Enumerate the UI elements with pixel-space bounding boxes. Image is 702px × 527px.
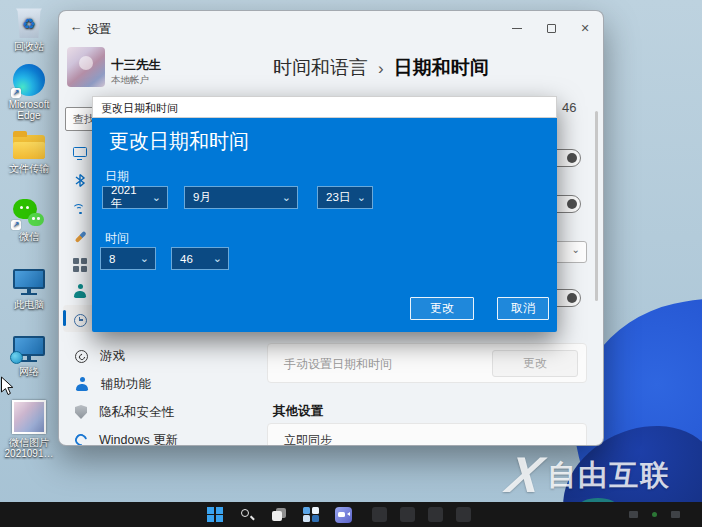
desktop-icon-label: 文件传输 [1, 163, 57, 174]
desktop-icon-label-line2: 2021091… [1, 448, 57, 459]
chevron-down-icon: ⌄ [213, 252, 222, 265]
sidebar-item-label: 游戏 [100, 348, 125, 365]
chevron-down-icon: ⌄ [357, 191, 366, 204]
task-view-button[interactable] [270, 506, 288, 524]
watermark-x-logo: X [503, 452, 546, 498]
sidebar-item-apps[interactable] [71, 256, 89, 274]
desktop-icon-network[interactable]: 网络 [1, 335, 57, 377]
manual-change-button[interactable]: 更改 [492, 350, 578, 377]
widgets-icon [303, 507, 319, 523]
time-language-icon-wrap [71, 311, 89, 329]
month-dropdown[interactable]: 9月 ⌄ [184, 186, 298, 209]
account-person-icon [73, 284, 87, 298]
pinned-app-icon[interactable] [400, 507, 415, 522]
pinned-app-icon[interactable] [428, 507, 443, 522]
start-button[interactable] [206, 506, 224, 524]
windows-logo-icon [207, 507, 223, 523]
update-icon [73, 432, 90, 446]
minute-dropdown[interactable]: 46 ⌄ [171, 247, 229, 270]
network-icon [13, 336, 45, 363]
month-value: 9月 [193, 190, 211, 205]
sidebar-item-label: 辅助功能 [101, 376, 151, 393]
sidebar-item-system[interactable] [71, 143, 89, 161]
year-dropdown[interactable]: 2021年 ⌄ [102, 186, 168, 209]
watermark-text: 自由互联 [547, 452, 671, 498]
search-button[interactable] [238, 506, 256, 524]
dialog-heading: 更改日期和时间 [109, 128, 249, 155]
teams-chat-icon [335, 507, 352, 523]
desktop-icon-wechat[interactable]: ↗ 微信 [1, 198, 57, 242]
year-value: 2021年 [111, 184, 146, 211]
pinned-app-icon[interactable] [372, 507, 387, 522]
system-tray [629, 511, 680, 518]
xbox-icon [75, 350, 88, 363]
globe-icon [10, 351, 23, 364]
desktop-icon-wechat-image[interactable]: 微信图片 2021091… [1, 400, 57, 459]
sidebar-item-accounts[interactable] [71, 282, 89, 300]
hour-dropdown[interactable]: 8 ⌄ [100, 247, 156, 270]
tray-icon[interactable] [629, 511, 638, 518]
manual-set-label: 手动设置日期和时间 [284, 356, 392, 373]
minimize-button[interactable] [507, 19, 527, 37]
desktop-icon-this-pc[interactable]: 此电脑 [1, 268, 57, 310]
accessibility-icon [75, 377, 89, 391]
recycle-bin-icon: ♻ [16, 8, 42, 38]
desktop-icon-label: 微信 [1, 231, 57, 242]
task-view-icon [272, 507, 287, 522]
sidebar-item-privacy-security[interactable]: 隐私和安全性 [67, 400, 307, 424]
sync-now-row[interactable]: 立即同步 [267, 423, 587, 446]
user-name: 十三先生 [111, 57, 161, 74]
chevron-down-icon: ⌄ [572, 244, 580, 255]
screen: ♻ 回收站 ↗ Microsoft Edge 文件传输 ↗ 微信 此电 [0, 0, 702, 527]
shield-icon [75, 405, 87, 419]
window-title: 设置 [87, 21, 111, 38]
date-label: 日期 [105, 168, 129, 185]
hour-value: 8 [109, 253, 115, 265]
sync-now-label: 立即同步 [284, 432, 332, 446]
selection-accent-bar [63, 310, 66, 326]
avatar[interactable] [67, 47, 105, 87]
apps-grid-icon [73, 258, 87, 272]
day-dropdown[interactable]: 23日 ⌄ [317, 186, 373, 209]
chat-button[interactable] [334, 506, 352, 524]
breadcrumb-separator-icon: › [378, 59, 384, 79]
sidebar-item-network-internet[interactable] [71, 200, 89, 218]
day-value: 23日 [326, 190, 350, 205]
taskbar-center-icons [206, 505, 352, 524]
paintbrush-icon [74, 231, 86, 243]
desktop-icon-label: 回收站 [1, 41, 57, 52]
scrollbar[interactable] [595, 111, 598, 301]
desktop-icon-file-transfer[interactable]: 文件传输 [1, 134, 57, 174]
taskbar [0, 502, 702, 527]
this-pc-icon [13, 269, 45, 296]
dialog-titlebar: 更改日期和时间 [92, 96, 557, 118]
cancel-button[interactable]: 取消 [497, 297, 549, 320]
desktop-icon-label: 微信图片 [1, 437, 57, 448]
sidebar-item-label: Windows 更新 [99, 432, 178, 447]
pinned-app-icon[interactable] [456, 507, 471, 522]
change-button[interactable]: 更改 [410, 297, 474, 320]
chevron-down-icon: ⌄ [140, 252, 149, 265]
close-button[interactable]: ✕ [575, 19, 595, 37]
minute-value: 46 [180, 253, 193, 265]
widgets-button[interactable] [302, 506, 320, 524]
desktop-icon-label: 此电脑 [1, 299, 57, 310]
desktop-icon-edge[interactable]: ↗ Microsoft Edge [1, 64, 57, 121]
sidebar-item-bluetooth[interactable] [71, 171, 89, 189]
tray-icon[interactable] [671, 511, 680, 518]
sidebar-item-personalization[interactable] [71, 228, 89, 246]
tray-status-dot-icon [652, 512, 657, 517]
dialog-titlebar-text: 更改日期和时间 [101, 101, 178, 116]
shortcut-arrow-icon: ↗ [11, 220, 21, 230]
page-title: 日期和时间 [394, 55, 489, 81]
back-button[interactable]: ← [67, 19, 85, 35]
search-icon [240, 508, 254, 522]
breadcrumb-parent[interactable]: 时间和语言 [273, 55, 368, 81]
system-icon [73, 147, 87, 157]
chevron-down-icon: ⌄ [152, 191, 161, 204]
taskbar-pinned-apps-dim [372, 507, 471, 522]
maximize-button[interactable] [541, 19, 561, 37]
minimize-icon [512, 28, 522, 29]
desktop-icon-recycle-bin[interactable]: ♻ 回收站 [1, 8, 57, 52]
mouse-cursor [0, 376, 15, 401]
